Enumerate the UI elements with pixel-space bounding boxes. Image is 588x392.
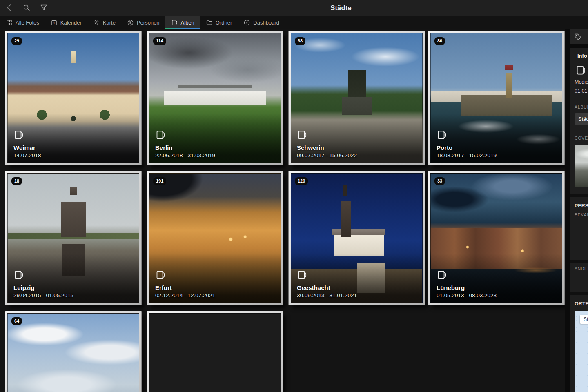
album-card-geesthacht[interactable]: 120Geesthacht30.09.2013 - 31.01.2021: [288, 171, 425, 305]
album-card-erfurt[interactable]: 191Erfurt02.12.2014 - 12.07.2021: [147, 171, 283, 305]
grid-icon: [6, 19, 13, 26]
album-cover-photo: 86Porto18.03.2017 - 15.02.2019: [430, 33, 562, 163]
album-card-leipzig[interactable]: 18Leipzig29.04.2015 - 01.05.2015: [5, 171, 142, 305]
tab-alben[interactable]: Alben: [165, 16, 200, 29]
album-card-label: Weimar14.07.2018: [13, 129, 41, 158]
album-icon: [171, 19, 178, 26]
tab-personen[interactable]: Personen: [121, 16, 165, 29]
album-cover-photo: 191Erfurt02.12.2014 - 12.07.2021: [149, 173, 281, 303]
tab-label: Kalender: [60, 20, 82, 26]
album-section-label: ALBUM: [575, 105, 588, 109]
person-icon: [127, 19, 134, 26]
photo-count-badge: 18: [11, 177, 22, 185]
search-icon[interactable]: [22, 3, 31, 12]
sidebar-divider: [570, 292, 588, 295]
calendar-icon: 1: [51, 19, 58, 26]
tab-label: Personen: [137, 20, 160, 26]
album-title: Weimar: [13, 144, 41, 151]
album-card-label: Berlin22.06.2018 - 31.03.2019: [155, 129, 215, 158]
album-card-l-neburg[interactable]: 33Lüneburg01.05.2013 - 08.03.2023: [428, 171, 565, 305]
album-cover-photo: [149, 313, 281, 392]
folder-icon: [206, 19, 213, 26]
album-date-range: 14.07.2018: [13, 152, 41, 158]
tab-kalender[interactable]: 1Kalender: [45, 16, 87, 29]
album-grid: 29Weimar14.07.2018114Berlin22.06.2018 - …: [0, 29, 565, 392]
known-persons-label: BEKANNTE: [575, 212, 588, 217]
album-card-porto[interactable]: 86Porto18.03.2017 - 15.02.2019: [428, 31, 565, 165]
view-tab-bar: Alle Fotos1KalenderKartePersonenAlbenOrd…: [0, 16, 588, 29]
places-section-label: ORTE: [575, 301, 588, 307]
photo-count-badge: 29: [11, 37, 22, 45]
album-card-label: Erfurt02.12.2014 - 12.07.2021: [155, 270, 215, 298]
cover-thumbnail[interactable]: [575, 145, 588, 187]
album-date-range: 09.07.2017 - 15.06.2022: [297, 152, 357, 158]
media-date-label: 01.01.: [575, 88, 588, 94]
album-date-range: 02.12.2014 - 12.07.2021: [155, 292, 215, 298]
album-date-range: 01.05.2013 - 08.03.2023: [437, 292, 497, 298]
album-card-berlin[interactable]: 114Berlin22.06.2018 - 31.03.2019: [147, 31, 283, 165]
album-cover-photo: 68Schwerin09.07.2017 - 15.06.2022: [291, 33, 423, 163]
album-date-range: 18.03.2017 - 15.02.2019: [437, 152, 497, 158]
album-icon: [155, 270, 166, 281]
album-card-weimar[interactable]: 29Weimar14.07.2018: [5, 31, 142, 165]
sidebar-divider: [570, 194, 588, 197]
album-card-label: Lüneburg01.05.2013 - 08.03.2023: [437, 270, 497, 298]
album-card[interactable]: 64: [5, 311, 142, 392]
album-name-input[interactable]: [575, 113, 588, 125]
sidebar-divider: [570, 44, 588, 48]
map-pin-icon: [93, 19, 100, 26]
content-sidebar-divider: [565, 29, 570, 392]
album-cover-photo: 114Berlin22.06.2018 - 31.03.2019: [149, 33, 281, 163]
album-icon: [155, 129, 166, 140]
photo-count-badge: 114: [153, 37, 166, 45]
album-title: Geesthacht: [297, 284, 357, 291]
page-title: Städte: [330, 4, 352, 12]
album-icon: [297, 270, 308, 281]
album-card[interactable]: [147, 311, 283, 392]
places-map[interactable]: Städte: [575, 311, 588, 392]
photo-count-badge: 191: [153, 177, 166, 185]
info-tab-label[interactable]: Info: [577, 53, 588, 59]
album-icon: [437, 270, 448, 281]
album-title: Leipzig: [13, 284, 74, 291]
album-icon: [297, 129, 308, 140]
info-sidebar: Info Medien 01.01. ALBUM COVER PERSONEN …: [570, 29, 588, 392]
tab-dashboard[interactable]: Dashboard: [238, 16, 285, 29]
album-icon: [575, 65, 587, 76]
photo-count-badge: 33: [434, 177, 445, 185]
album-cover-photo: 64: [7, 313, 139, 392]
album-cover-photo: 29Weimar14.07.2018: [7, 33, 139, 163]
tab-label: Alle Fotos: [16, 20, 39, 26]
album-title: Schwerin: [297, 144, 357, 151]
sidebar-divider: [570, 260, 588, 263]
album-date-range: 22.06.2018 - 31.03.2019: [155, 152, 215, 158]
gauge-icon: [243, 19, 250, 26]
tab-karte[interactable]: Karte: [87, 16, 121, 29]
map-place-chip: Städte: [580, 315, 588, 324]
album-card-label: Schwerin09.07.2017 - 15.06.2022: [297, 129, 357, 158]
album-title: Porto: [437, 144, 497, 151]
album-title: Erfurt: [155, 284, 215, 291]
svg-text:1: 1: [53, 21, 55, 24]
album-card-schwerin[interactable]: 68Schwerin09.07.2017 - 15.06.2022: [288, 31, 425, 165]
tab-alle-fotos[interactable]: Alle Fotos: [0, 16, 45, 29]
album-title: Berlin: [155, 144, 215, 151]
back-icon[interactable]: [5, 3, 14, 12]
photo-count-badge: 68: [295, 37, 305, 45]
filter-icon[interactable]: [39, 3, 48, 12]
tab-ordner[interactable]: Ordner: [200, 16, 238, 29]
album-cover-photo: 120Geesthacht30.09.2013 - 31.01.2021: [291, 173, 423, 303]
tab-label: Alben: [181, 20, 194, 26]
tag-icon[interactable]: [574, 33, 582, 41]
album-card-label: Geesthacht30.09.2013 - 31.01.2021: [297, 270, 357, 298]
album-icon: [437, 129, 448, 140]
photo-count-badge: 64: [11, 317, 22, 325]
album-icon: [13, 129, 24, 140]
album-date-range: 30.09.2013 - 31.01.2021: [297, 292, 357, 298]
album-card-label: Porto18.03.2017 - 15.02.2019: [437, 129, 497, 158]
persons-section-label: PERSONEN: [575, 203, 588, 209]
tab-label: Dashboard: [253, 20, 279, 26]
photo-count-badge: 120: [295, 177, 308, 185]
media-count-label: Medien: [575, 79, 588, 85]
album-title: Lüneburg: [437, 284, 497, 291]
